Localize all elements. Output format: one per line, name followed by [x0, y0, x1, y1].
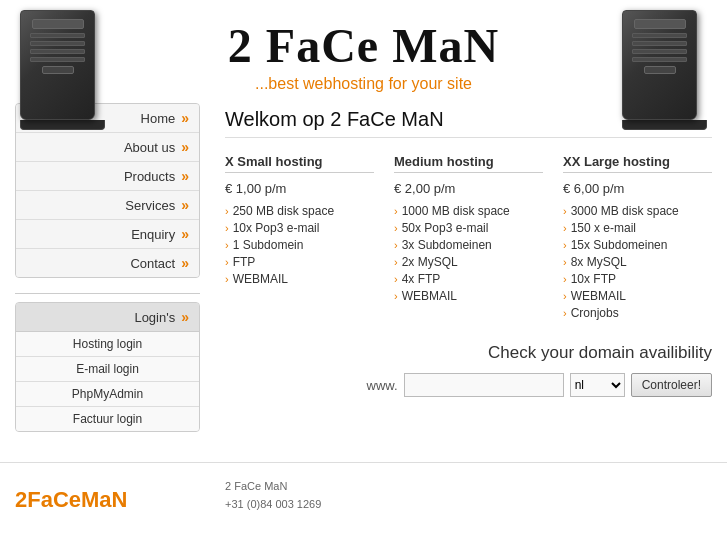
plan-small-features: ›250 MB disk space ›10x Pop3 e-mail ›1 S…: [225, 204, 374, 286]
nav-label-contact: Contact: [130, 256, 175, 271]
plans-grid: X Small hosting € 1,00 p/m ›250 MB disk …: [225, 154, 712, 323]
bullet-icon: ›: [225, 205, 229, 217]
login-hosting[interactable]: Hosting login: [16, 332, 199, 357]
content-area: Welkom op 2 FaCe MaN X Small hosting € 1…: [210, 103, 712, 447]
plan-medium: Medium hosting € 2,00 p/m ›1000 MB disk …: [394, 154, 543, 323]
footer-logo: 2FaCeMaN: [15, 487, 210, 513]
domain-tld-select[interactable]: nl com net org be eu: [570, 373, 625, 397]
nav-item-about[interactable]: About us »: [16, 133, 199, 162]
domain-www-label: www.: [367, 378, 398, 393]
list-item: ›1 Subdomein: [225, 238, 374, 252]
domain-form: www. nl com net org be eu Controleer!: [225, 373, 712, 397]
bullet-icon: ›: [394, 205, 398, 217]
bullet-icon: ›: [394, 256, 398, 268]
list-item: ›50x Pop3 e-mail: [394, 221, 543, 235]
bullet-icon: ›: [394, 273, 398, 285]
list-item: ›3000 MB disk space: [563, 204, 712, 218]
bullet-icon: ›: [563, 307, 567, 319]
header: 2 FaCe MaN ...best webhosting for your s…: [0, 0, 727, 103]
bullet-icon: ›: [563, 273, 567, 285]
domain-input[interactable]: [404, 373, 564, 397]
list-item: ›10x FTP: [563, 272, 712, 286]
plan-medium-features: ›1000 MB disk space ›50x Pop3 e-mail ›3x…: [394, 204, 543, 303]
bullet-icon: ›: [225, 273, 229, 285]
site-subtitle: ...best webhosting for your site: [0, 75, 727, 93]
nav-arrow-home: »: [181, 110, 189, 126]
list-item: ›WEBMAIL: [225, 272, 374, 286]
site-title: 2 FaCe MaN: [0, 18, 727, 73]
plan-medium-price: € 2,00 p/m: [394, 181, 543, 196]
list-item: ›FTP: [225, 255, 374, 269]
nav-item-enquiry[interactable]: Enquiry »: [16, 220, 199, 249]
plan-large-title: XX Large hosting: [563, 154, 712, 173]
plan-small-title: X Small hosting: [225, 154, 374, 173]
list-item: ›15x Subdomeinen: [563, 238, 712, 252]
nav-item-services[interactable]: Services »: [16, 191, 199, 220]
bullet-icon: ›: [563, 239, 567, 251]
nav-label-services: Services: [125, 198, 175, 213]
plan-small-price: € 1,00 p/m: [225, 181, 374, 196]
footer-company: 2 FaCe MaN: [225, 478, 321, 496]
bullet-icon: ›: [394, 239, 398, 251]
server-image-left: [20, 10, 105, 130]
login-factuur[interactable]: Factuur login: [16, 407, 199, 431]
sidebar: Home » About us » Products » Services » …: [15, 103, 210, 447]
plan-large-features: ›3000 MB disk space ›150 x e-mail ›15x S…: [563, 204, 712, 320]
main-layout: Home » About us » Products » Services » …: [0, 103, 727, 447]
list-item: ›Cronjobs: [563, 306, 712, 320]
list-item: ›WEBMAIL: [563, 289, 712, 303]
nav-label-home: Home: [141, 111, 176, 126]
bullet-icon: ›: [563, 205, 567, 217]
nav-arrow-contact: »: [181, 255, 189, 271]
bullet-icon: ›: [563, 256, 567, 268]
list-item: ›3x Subdomeinen: [394, 238, 543, 252]
domain-check-button[interactable]: Controleer!: [631, 373, 712, 397]
list-item: ›250 MB disk space: [225, 204, 374, 218]
server-tower-right: [622, 10, 697, 120]
nav-arrow-products: »: [181, 168, 189, 184]
bullet-icon: ›: [225, 256, 229, 268]
nav-label-products: Products: [124, 169, 175, 184]
list-item: ›10x Pop3 e-mail: [225, 221, 374, 235]
domain-section: Check your domain availibility www. nl c…: [225, 343, 712, 397]
server-tower-left: [20, 10, 95, 120]
nav-arrow-services: »: [181, 197, 189, 213]
nav-label-about: About us: [124, 140, 175, 155]
plan-large-price: € 6,00 p/m: [563, 181, 712, 196]
plan-small: X Small hosting € 1,00 p/m ›250 MB disk …: [225, 154, 374, 323]
plan-large: XX Large hosting € 6,00 p/m ›3000 MB dis…: [563, 154, 712, 323]
nav-arrow-enquiry: »: [181, 226, 189, 242]
list-item: ›150 x e-mail: [563, 221, 712, 235]
login-header-arrow: »: [181, 309, 189, 325]
login-phpmyadmin[interactable]: PhpMyAdmin: [16, 382, 199, 407]
list-item: ›1000 MB disk space: [394, 204, 543, 218]
nav-item-contact[interactable]: Contact »: [16, 249, 199, 277]
login-header: Login's »: [16, 303, 199, 332]
footer-info: 2 FaCe MaN +31 (0)84 003 1269: [210, 478, 321, 513]
server-image-right: [622, 10, 707, 130]
login-section: Login's » Hosting login E-mail login Php…: [15, 302, 200, 432]
login-header-label: Login's: [134, 310, 175, 325]
list-item: ›8x MySQL: [563, 255, 712, 269]
sidebar-divider: [15, 293, 200, 294]
list-item: ›2x MySQL: [394, 255, 543, 269]
domain-check-title: Check your domain availibility: [225, 343, 712, 363]
bullet-icon: ›: [225, 222, 229, 234]
bullet-icon: ›: [225, 239, 229, 251]
bullet-icon: ›: [563, 290, 567, 302]
list-item: ›4x FTP: [394, 272, 543, 286]
nav-label-enquiry: Enquiry: [131, 227, 175, 242]
nav-item-products[interactable]: Products »: [16, 162, 199, 191]
login-email[interactable]: E-mail login: [16, 357, 199, 382]
list-item: ›WEBMAIL: [394, 289, 543, 303]
bullet-icon: ›: [394, 222, 398, 234]
bullet-icon: ›: [563, 222, 567, 234]
bullet-icon: ›: [394, 290, 398, 302]
nav-arrow-about: »: [181, 139, 189, 155]
footer: 2FaCeMaN 2 FaCe MaN +31 (0)84 003 1269: [0, 462, 727, 523]
plan-medium-title: Medium hosting: [394, 154, 543, 173]
footer-phone: +31 (0)84 003 1269: [225, 496, 321, 514]
